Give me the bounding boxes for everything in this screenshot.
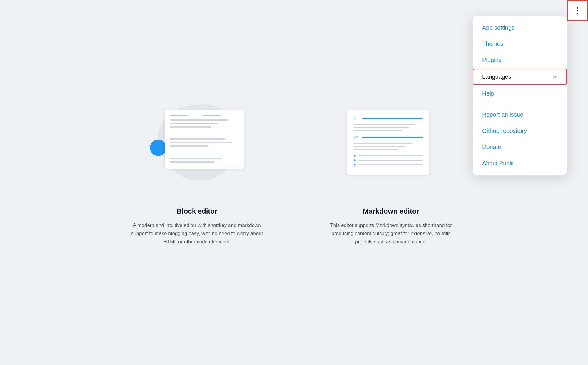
block-editor-section: + <box>123 101 270 246</box>
hash-h2: ## <box>353 135 359 140</box>
markdown-editor-card: # ## <box>347 110 429 175</box>
menu-item-themes[interactable]: Themes <box>473 36 567 52</box>
md-bullets: ✱ ✱ ✱ <box>353 154 423 166</box>
menu-item-languages[interactable]: Languages ☞ <box>473 69 567 85</box>
add-content-button[interactable]: + <box>150 140 166 156</box>
markdown-editor-illustration: # ## <box>335 101 447 195</box>
block-editor-illustration: + <box>141 101 253 195</box>
menu-item-report-issue[interactable]: Report an issue <box>473 107 567 123</box>
markdown-editor-title: Markdown editor <box>363 207 419 215</box>
three-dots-icon <box>577 7 578 14</box>
menu-item-about[interactable]: About Publii <box>473 155 567 171</box>
more-options-button[interactable] <box>567 0 588 21</box>
menu-item-plugins[interactable]: Plugins <box>473 52 567 68</box>
block-editor-description: A modern and intuitive editor with short… <box>129 221 265 246</box>
hash-h1: # <box>353 116 359 120</box>
markdown-editor-description: This editor supports Markdown syntax as … <box>323 221 459 246</box>
markdown-editor-section: # ## <box>318 101 465 246</box>
menu-item-app-settings[interactable]: App settings <box>473 20 567 36</box>
menu-item-donate[interactable]: Donate <box>473 139 567 155</box>
menu-item-help[interactable]: Help <box>473 86 567 102</box>
cursor-hand-icon: ☞ <box>553 74 557 80</box>
dropdown-menu: App settings Themes Plugins Languages ☞ … <box>473 16 567 175</box>
editors-row: + <box>123 101 465 246</box>
menu-divider <box>473 104 567 104</box>
block-editor-title: Block editor <box>177 207 218 215</box>
block-editor-card <box>165 110 244 169</box>
menu-item-github[interactable]: Github repository <box>473 123 567 139</box>
